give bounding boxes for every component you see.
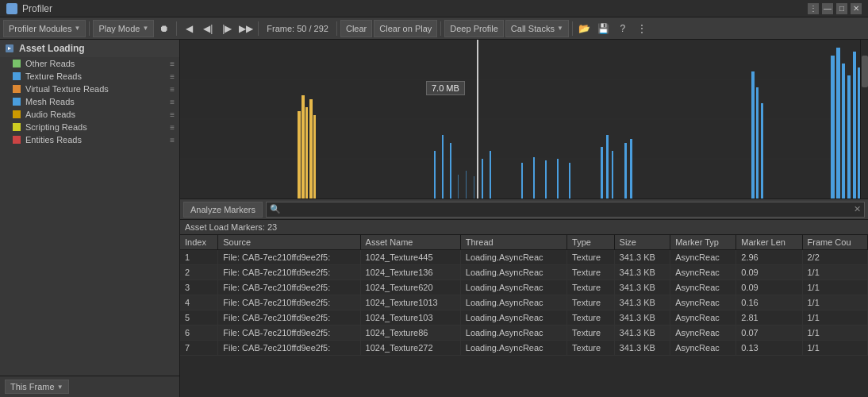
table-cell: AsyncReac bbox=[670, 280, 736, 295]
table-cell: Texture bbox=[567, 326, 614, 341]
play-mode-btn[interactable]: Play Mode ▼ bbox=[93, 20, 154, 37]
record-btn[interactable]: ⏺ bbox=[156, 20, 173, 37]
search-icon: 🔍 bbox=[270, 204, 281, 214]
more-btn[interactable]: ⋮ bbox=[633, 20, 651, 37]
first-frame-btn[interactable]: ◀| bbox=[199, 20, 217, 37]
bottom-left-panel: This Frame ▼ bbox=[0, 376, 179, 397]
svg-rect-33 bbox=[836, 48, 840, 198]
column-header[interactable]: Asset Name bbox=[360, 235, 460, 250]
search-clear-btn[interactable]: ✕ bbox=[854, 204, 861, 214]
bottom-panel: Analyze Markers 🔍 ✕ Asset Load Markers: … bbox=[180, 198, 868, 397]
column-header[interactable]: Thread bbox=[460, 235, 567, 250]
profiler-modules-btn[interactable]: Profiler Modules ▼ bbox=[3, 20, 86, 37]
marker-count: Asset Load Markers: 23 bbox=[180, 220, 868, 235]
legend-item: Texture Reads ≡ bbox=[0, 70, 179, 83]
table-cell: Texture bbox=[567, 280, 614, 295]
column-header[interactable]: Source bbox=[218, 235, 360, 250]
legend-item: Other Reads ≡ bbox=[0, 57, 179, 70]
graph-area[interactable]: 7.0 MB bbox=[180, 40, 868, 198]
column-header[interactable]: Type bbox=[567, 235, 614, 250]
table-cell: 5 bbox=[180, 310, 218, 326]
save-btn[interactable]: 💾 bbox=[595, 20, 613, 37]
table-cell: AsyncReac bbox=[670, 265, 736, 280]
this-frame-btn[interactable]: This Frame ▼ bbox=[5, 380, 69, 394]
clear-on-play-btn[interactable]: Clear on Play bbox=[374, 20, 437, 37]
table-cell: Texture bbox=[567, 310, 614, 326]
left-panel: Asset Loading Other Reads ≡ Texture Read… bbox=[0, 40, 180, 397]
clear-btn[interactable]: Clear bbox=[340, 20, 372, 37]
column-header[interactable]: Marker Typ bbox=[670, 235, 736, 250]
table-cell: AsyncReac bbox=[670, 341, 736, 356]
legend-label: Texture Reads bbox=[25, 71, 82, 81]
help-btn[interactable]: ? bbox=[614, 20, 632, 37]
table-row[interactable]: 6File: CAB-7ec210ffd9ee2f5:1024_Texture8… bbox=[180, 326, 868, 341]
table-row[interactable]: 2File: CAB-7ec210ffd9ee2f5:1024_Texture1… bbox=[180, 265, 868, 280]
column-header[interactable]: Index bbox=[180, 235, 218, 250]
legend-menu-btn[interactable]: ≡ bbox=[170, 60, 175, 68]
table-header-row: IndexSourceAsset NameThreadTypeSizeMarke… bbox=[180, 235, 868, 250]
table-row[interactable]: 5File: CAB-7ec210ffd9ee2f5:1024_Texture1… bbox=[180, 310, 868, 326]
table-row[interactable]: 3File: CAB-7ec210ffd9ee2f5:1024_Texture6… bbox=[180, 280, 868, 295]
maximize-btn[interactable]: □ bbox=[836, 3, 847, 14]
svg-rect-7 bbox=[301, 95, 305, 198]
legend-menu-btn[interactable]: ≡ bbox=[170, 136, 175, 145]
table-cell: 1024_Texture1013 bbox=[360, 295, 460, 310]
legend-label: Mesh Reads bbox=[25, 97, 75, 106]
table-row[interactable]: 7File: CAB-7ec210ffd9ee2f5:1024_Texture2… bbox=[180, 341, 868, 356]
column-header[interactable]: Frame Cou bbox=[802, 235, 868, 250]
table-cell: 1/1 bbox=[802, 341, 868, 356]
legend-menu-btn[interactable]: ≡ bbox=[170, 72, 175, 81]
column-header[interactable]: Size bbox=[614, 235, 670, 250]
v-scrollbar[interactable] bbox=[860, 40, 868, 198]
last-frame-btn[interactable]: ▶▶ bbox=[237, 20, 255, 37]
svg-rect-34 bbox=[842, 64, 845, 198]
legend-menu-btn[interactable]: ≡ bbox=[170, 98, 175, 106]
sep3 bbox=[258, 21, 259, 36]
next-frame-btn[interactable]: |▶ bbox=[218, 20, 236, 37]
legend-color-swatch bbox=[13, 123, 21, 131]
legend-item: Audio Reads ≡ bbox=[0, 108, 179, 121]
svg-rect-11 bbox=[434, 151, 436, 198]
column-header[interactable]: Marker Len bbox=[736, 235, 802, 250]
table-row[interactable]: 4File: CAB-7ec210ffd9ee2f5:1024_Texture1… bbox=[180, 295, 868, 310]
v-scrollbar-thumb[interactable] bbox=[862, 56, 868, 87]
prev-frame-btn[interactable]: ◀ bbox=[180, 20, 198, 37]
legend-item: Scripting Reads ≡ bbox=[0, 121, 179, 133]
asset-loading-title: Asset Loading bbox=[19, 43, 85, 54]
legend-menu-btn[interactable]: ≡ bbox=[170, 85, 175, 94]
table-cell: File: CAB-7ec210ffd9ee2f5: bbox=[218, 265, 360, 280]
deep-profile-btn[interactable]: Deep Profile bbox=[444, 20, 504, 37]
analyze-markers-btn[interactable]: Analyze Markers bbox=[183, 202, 263, 218]
table-cell: 1/1 bbox=[802, 310, 868, 326]
table-cell: 4 bbox=[180, 295, 218, 310]
legend-label: Virtual Texture Reads bbox=[25, 84, 109, 94]
table-cell: Loading.AsyncReac bbox=[460, 295, 567, 310]
legend-item: Entities Reads ≡ bbox=[0, 133, 179, 146]
table-cell: 0.07 bbox=[736, 326, 802, 341]
svg-rect-8 bbox=[305, 107, 308, 198]
call-stacks-btn[interactable]: Call Stacks ▼ bbox=[505, 20, 569, 37]
table-cell: 2.81 bbox=[736, 310, 802, 326]
legend-item: Mesh Reads ≡ bbox=[0, 95, 179, 108]
table-body: 1File: CAB-7ec210ffd9ee2f5:1024_Texture4… bbox=[180, 250, 868, 356]
legend-menu-btn[interactable]: ≡ bbox=[170, 110, 175, 119]
table-cell: 1/1 bbox=[802, 326, 868, 341]
sep1 bbox=[89, 21, 90, 36]
table-row[interactable]: 1File: CAB-7ec210ffd9ee2f5:1024_Texture4… bbox=[180, 250, 868, 265]
window-title: Profiler bbox=[22, 3, 52, 14]
table-cell: Loading.AsyncReac bbox=[460, 341, 567, 356]
table-cell: AsyncReac bbox=[670, 250, 736, 265]
table-cell: File: CAB-7ec210ffd9ee2f5: bbox=[218, 295, 360, 310]
close-btn[interactable]: ✕ bbox=[851, 3, 862, 14]
minimize-btn[interactable]: — bbox=[822, 3, 833, 14]
table-cell: 2.96 bbox=[736, 250, 802, 265]
table-cell: 1024_Texture272 bbox=[360, 341, 460, 356]
load-btn[interactable]: 📂 bbox=[576, 20, 593, 37]
legend-container: Other Reads ≡ Texture Reads ≡ Virtual Te… bbox=[0, 57, 179, 146]
legend-label: Entities Reads bbox=[25, 135, 82, 145]
legend-menu-btn[interactable]: ≡ bbox=[170, 123, 175, 132]
menu-btn[interactable]: ⋮ bbox=[808, 3, 819, 14]
table-wrapper[interactable]: IndexSourceAsset NameThreadTypeSizeMarke… bbox=[180, 235, 868, 397]
search-input[interactable] bbox=[284, 205, 851, 214]
table-cell: 1024_Texture445 bbox=[360, 250, 460, 265]
